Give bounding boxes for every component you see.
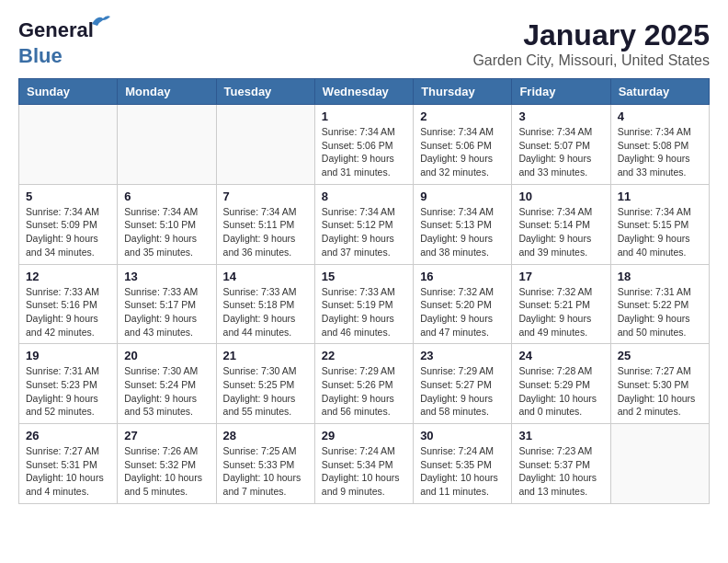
weekday-header-saturday: Saturday [610,79,709,105]
day-number: 17 [518,270,603,283]
weekday-header-thursday: Thursday [414,79,512,105]
calendar-cell: 31Sunrise: 7:23 AM Sunset: 5:37 PM Dayli… [512,424,610,504]
day-info: Sunrise: 7:30 AM Sunset: 5:24 PM Dayligh… [124,364,209,419]
calendar-cell: 18Sunrise: 7:31 AM Sunset: 5:22 PM Dayli… [610,264,709,344]
calendar-cell [610,424,709,504]
day-number: 8 [322,190,406,203]
day-number: 31 [518,429,603,442]
weekday-header-friday: Friday [512,79,610,105]
weekday-header-sunday: Sunday [19,79,118,105]
calendar-cell: 8Sunrise: 7:34 AM Sunset: 5:12 PM Daylig… [314,184,413,264]
day-number: 16 [420,270,505,283]
calendar-cell: 24Sunrise: 7:28 AM Sunset: 5:29 PM Dayli… [512,344,610,424]
weekday-header-monday: Monday [118,79,216,105]
day-number: 18 [618,270,702,283]
day-number: 6 [124,190,209,203]
day-number: 13 [124,270,209,283]
day-number: 3 [518,109,603,123]
day-number: 19 [26,349,110,362]
day-info: Sunrise: 7:34 AM Sunset: 5:07 PM Dayligh… [518,125,603,179]
calendar-cell: 21Sunrise: 7:30 AM Sunset: 5:25 PM Dayli… [216,344,314,424]
calendar-cell: 6Sunrise: 7:34 AM Sunset: 5:10 PM Daylig… [118,184,216,264]
day-number: 23 [420,349,505,362]
day-info: Sunrise: 7:34 AM Sunset: 5:13 PM Dayligh… [420,205,505,259]
calendar-cell [118,105,216,185]
day-info: Sunrise: 7:27 AM Sunset: 5:30 PM Dayligh… [618,364,702,419]
calendar-cell: 2Sunrise: 7:34 AM Sunset: 5:06 PM Daylig… [414,105,512,185]
calendar-cell: 5Sunrise: 7:34 AM Sunset: 5:09 PM Daylig… [19,184,118,264]
day-info: Sunrise: 7:34 AM Sunset: 5:12 PM Dayligh… [322,205,406,259]
day-number: 4 [618,109,702,123]
day-number: 1 [322,109,406,123]
day-number: 5 [26,190,110,203]
day-info: Sunrise: 7:34 AM Sunset: 5:06 PM Dayligh… [420,125,505,179]
logo-general: General [18,18,94,41]
day-info: Sunrise: 7:34 AM Sunset: 5:10 PM Dayligh… [124,205,209,259]
day-number: 28 [223,429,308,442]
day-number: 12 [26,270,110,283]
calendar-cell: 27Sunrise: 7:26 AM Sunset: 5:32 PM Dayli… [118,424,216,504]
calendar-cell: 30Sunrise: 7:24 AM Sunset: 5:35 PM Dayli… [414,424,512,504]
calendar-cell: 23Sunrise: 7:29 AM Sunset: 5:27 PM Dayli… [414,344,512,424]
day-info: Sunrise: 7:23 AM Sunset: 5:37 PM Dayligh… [518,444,603,499]
calendar-cell: 22Sunrise: 7:29 AM Sunset: 5:26 PM Dayli… [314,344,413,424]
calendar-cell: 11Sunrise: 7:34 AM Sunset: 5:15 PM Dayli… [610,184,709,264]
calendar-week-row: 5Sunrise: 7:34 AM Sunset: 5:09 PM Daylig… [19,184,710,264]
day-info: Sunrise: 7:25 AM Sunset: 5:33 PM Dayligh… [223,444,308,499]
day-info: Sunrise: 7:30 AM Sunset: 5:25 PM Dayligh… [223,364,308,419]
day-number: 20 [124,349,209,362]
day-info: Sunrise: 7:34 AM Sunset: 5:14 PM Dayligh… [518,205,603,259]
calendar-cell: 10Sunrise: 7:34 AM Sunset: 5:14 PM Dayli… [512,184,610,264]
calendar-table: SundayMondayTuesdayWednesdayThursdayFrid… [18,78,710,504]
logo-blue: Blue [18,44,63,68]
calendar-cell: 28Sunrise: 7:25 AM Sunset: 5:33 PM Dayli… [216,424,314,504]
day-number: 21 [223,349,308,362]
calendar-header-row: SundayMondayTuesdayWednesdayThursdayFrid… [19,79,710,105]
day-number: 10 [518,190,603,203]
day-number: 11 [618,190,702,203]
day-number: 29 [322,429,406,442]
calendar-cell: 17Sunrise: 7:32 AM Sunset: 5:21 PM Dayli… [512,264,610,344]
day-number: 14 [223,270,308,283]
calendar-cell: 7Sunrise: 7:34 AM Sunset: 5:11 PM Daylig… [216,184,314,264]
calendar-cell: 14Sunrise: 7:33 AM Sunset: 5:18 PM Dayli… [216,264,314,344]
weekday-header-tuesday: Tuesday [216,79,314,105]
day-number: 15 [322,270,406,283]
calendar-cell: 9Sunrise: 7:34 AM Sunset: 5:13 PM Daylig… [414,184,512,264]
calendar-cell: 20Sunrise: 7:30 AM Sunset: 5:24 PM Dayli… [118,344,216,424]
day-info: Sunrise: 7:34 AM Sunset: 5:08 PM Dayligh… [618,125,702,179]
day-number: 24 [518,349,603,362]
calendar-cell: 13Sunrise: 7:33 AM Sunset: 5:17 PM Dayli… [118,264,216,344]
day-info: Sunrise: 7:34 AM Sunset: 5:11 PM Dayligh… [223,205,308,259]
day-info: Sunrise: 7:33 AM Sunset: 5:19 PM Dayligh… [322,285,406,339]
calendar-cell: 4Sunrise: 7:34 AM Sunset: 5:08 PM Daylig… [610,105,709,185]
day-info: Sunrise: 7:32 AM Sunset: 5:21 PM Dayligh… [518,285,603,339]
calendar-cell: 15Sunrise: 7:33 AM Sunset: 5:19 PM Dayli… [314,264,413,344]
calendar-cell [216,105,314,185]
page-header: General Blue January 2025 Garden City, M… [18,18,710,69]
day-info: Sunrise: 7:28 AM Sunset: 5:29 PM Dayligh… [518,364,603,419]
day-info: Sunrise: 7:24 AM Sunset: 5:35 PM Dayligh… [420,444,505,499]
month-title: January 2025 [472,18,710,52]
day-info: Sunrise: 7:32 AM Sunset: 5:20 PM Dayligh… [420,285,505,339]
title-section: January 2025 Garden City, Missouri, Unit… [472,18,710,69]
calendar-week-row: 26Sunrise: 7:27 AM Sunset: 5:31 PM Dayli… [19,424,710,504]
logo-bird-icon [90,13,110,29]
calendar-cell: 3Sunrise: 7:34 AM Sunset: 5:07 PM Daylig… [512,105,610,185]
day-info: Sunrise: 7:24 AM Sunset: 5:34 PM Dayligh… [322,444,406,499]
calendar-cell [19,105,118,185]
day-number: 22 [322,349,406,362]
weekday-header-wednesday: Wednesday [314,79,413,105]
day-number: 7 [223,190,308,203]
day-number: 30 [420,429,505,442]
location-title: Garden City, Missouri, United States [472,52,710,69]
day-info: Sunrise: 7:27 AM Sunset: 5:31 PM Dayligh… [26,444,110,499]
day-number: 25 [618,349,702,362]
calendar-cell: 16Sunrise: 7:32 AM Sunset: 5:20 PM Dayli… [414,264,512,344]
day-info: Sunrise: 7:34 AM Sunset: 5:06 PM Dayligh… [322,125,406,179]
day-info: Sunrise: 7:33 AM Sunset: 5:16 PM Dayligh… [26,285,110,339]
calendar-cell: 1Sunrise: 7:34 AM Sunset: 5:06 PM Daylig… [314,105,413,185]
day-number: 27 [124,429,209,442]
day-info: Sunrise: 7:29 AM Sunset: 5:26 PM Dayligh… [322,364,406,419]
calendar-cell: 26Sunrise: 7:27 AM Sunset: 5:31 PM Dayli… [19,424,118,504]
